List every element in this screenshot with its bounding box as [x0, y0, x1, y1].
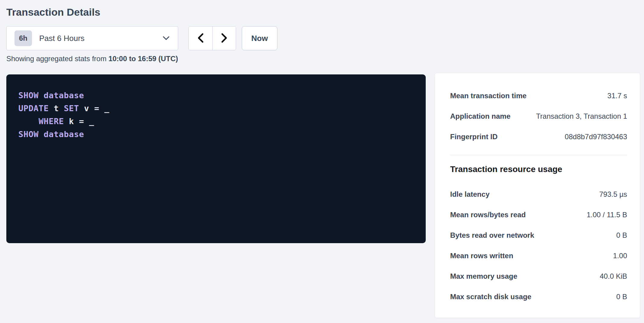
stat-row-max-scratch-disk-usage: Max scratch disk usage 0 B [450, 287, 627, 307]
stat-label: Bytes read over network [450, 231, 534, 240]
sql-token-plain [39, 91, 44, 100]
stat-row-idle-latency: Idle latency 793.5 µs [450, 184, 627, 205]
stat-value: 31.7 s [608, 92, 627, 100]
stat-value: 793.5 µs [599, 190, 627, 199]
stat-label: Mean transaction time [450, 92, 526, 100]
stat-row-mean-transaction-time: Mean transaction time 31.7 s [450, 86, 627, 106]
sql-token-keyword: SHOW [18, 130, 39, 139]
stat-row-fingerprint-id: Fingerprint ID 08d8b7d97f830463 [450, 127, 627, 147]
stat-value: 0 B [616, 231, 627, 240]
sql-line: SHOW database [18, 89, 414, 102]
stat-row-application-name: Application name Transaction 3, Transact… [450, 106, 627, 127]
now-button[interactable]: Now [242, 26, 277, 50]
sql-token-keyword: UPDATE [18, 104, 49, 113]
stat-row-bytes-read-over-network: Bytes read over network 0 B [450, 225, 627, 246]
sql-token-plain: v = _ [79, 104, 109, 113]
sql-token-plain [39, 130, 44, 139]
resource-usage-rows: Idle latency 793.5 µs Mean rows/bytes re… [450, 184, 627, 307]
transaction-details-page: Transaction Details 6h Past 6 Hours [0, 0, 644, 318]
sql-line: UPDATE t SET v = _ [18, 102, 414, 115]
stat-value: Transaction 3, Transaction 1 [536, 112, 627, 121]
sql-token-keyword: WHERE [39, 117, 64, 126]
sql-token-keyword: database [44, 130, 84, 139]
time-nav-button-group [188, 26, 236, 50]
stat-row-mean-rows-bytes-read: Mean rows/bytes read 1.00 / 11.5 B [450, 205, 627, 225]
stat-value: 0 B [616, 293, 627, 301]
sql-token-plain: t [49, 104, 64, 113]
summary-time-range: 10:00 to 16:59 (UTC) [109, 55, 178, 63]
stat-label: Max memory usage [450, 272, 517, 281]
stat-label: Mean rows/bytes read [450, 211, 526, 219]
stat-row-mean-rows-written: Mean rows written 1.00 [450, 246, 627, 266]
page-title: Transaction Details [6, 6, 640, 18]
stat-label: Fingerprint ID [450, 133, 497, 141]
stat-value: 08d8b7d97f830463 [565, 133, 627, 141]
stat-label: Idle latency [450, 190, 490, 199]
transaction-stats-card: Mean transaction time 31.7 s Application… [435, 73, 640, 318]
chevron-down-icon [163, 36, 169, 40]
sql-statement-box: SHOW databaseUPDATE t SET v = _ WHERE k … [6, 74, 426, 243]
chevron-right-icon [221, 33, 228, 44]
time-range-dropdown[interactable]: 6h Past 6 Hours [6, 26, 178, 50]
sql-line: SHOW database [18, 128, 414, 141]
stat-label: Application name [450, 112, 510, 121]
resource-usage-heading: Transaction resource usage [450, 164, 627, 174]
time-range-selected-label: Past 6 Hours [39, 34, 84, 43]
stat-label: Max scratch disk usage [450, 293, 531, 301]
sql-code: SHOW databaseUPDATE t SET v = _ WHERE k … [18, 89, 414, 141]
sql-token-keyword: SHOW [18, 91, 39, 100]
main-content: SHOW databaseUPDATE t SET v = _ WHERE k … [6, 73, 640, 318]
sql-line: WHERE k = _ [18, 115, 414, 128]
sql-token-plain [18, 117, 39, 126]
stat-label: Mean rows written [450, 252, 513, 260]
stat-row-max-memory-usage: Max memory usage 40.0 KiB [450, 266, 627, 287]
aggregated-stats-summary: Showing aggregated stats from 10:00 to 1… [6, 54, 640, 63]
card-divider [450, 155, 627, 155]
next-time-button[interactable] [212, 27, 236, 50]
time-range-badge: 6h [14, 30, 32, 46]
sql-token-plain: k = _ [64, 117, 94, 126]
sql-token-keyword: SET [64, 104, 79, 113]
chevron-left-icon [197, 33, 204, 44]
stat-value: 40.0 KiB [600, 272, 627, 281]
previous-time-button[interactable] [189, 27, 212, 50]
time-range-toolbar: 6h Past 6 Hours [6, 26, 640, 50]
sql-token-keyword: database [44, 91, 84, 100]
stat-value: 1.00 [613, 252, 627, 260]
summary-prefix: Showing aggregated stats from [6, 55, 109, 63]
stat-value: 1.00 / 11.5 B [587, 211, 627, 219]
